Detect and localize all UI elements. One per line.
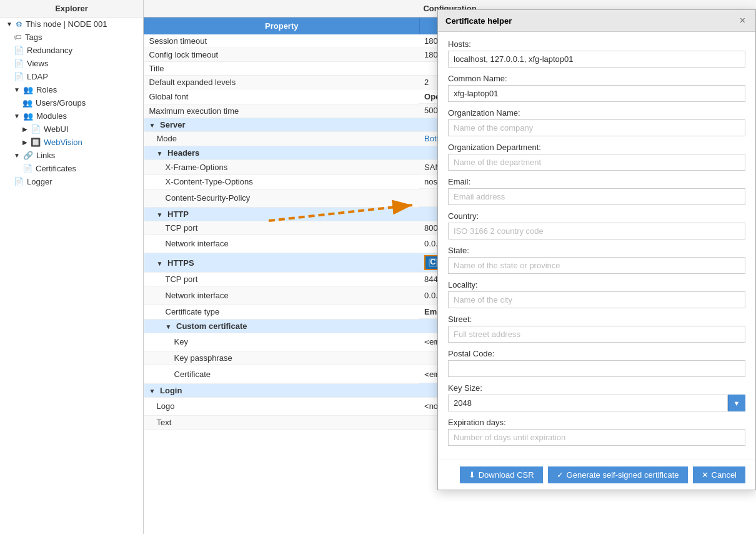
generate-cert-btn[interactable]: ✓ Generate self-signed certificate (548, 466, 688, 483)
download-icon: ⬇ (469, 470, 475, 480)
hosts-label: Hosts: (448, 39, 745, 49)
sidebar-item-ldap[interactable]: 📄 LDAP (0, 70, 143, 83)
row-label: Text (144, 416, 420, 430)
sidebar-label-redundancy: Redundancy (27, 46, 72, 55)
state-input[interactable] (448, 257, 745, 274)
users-icon: 👥 (22, 98, 32, 108)
sidebar-item-links[interactable]: ▼ 🔗 Links (0, 149, 143, 162)
row-label: Content-Security-Policy (144, 189, 420, 207)
download-csr-btn[interactable]: ⬇ Download CSR (460, 466, 543, 483)
org-dept-input[interactable] (448, 154, 745, 171)
logger-icon: 📄 (14, 177, 24, 186)
section-label: ▼ Server (144, 118, 420, 131)
expand-custom-cert-icon: ▼ (166, 323, 172, 330)
postal-label: Postal Code: (448, 349, 745, 358)
sidebar-label-logger: Logger (27, 177, 52, 186)
row-label: Title (144, 62, 420, 76)
sidebar-label-modules: Modules (36, 111, 67, 121)
sidebar-item-redundancy[interactable]: 📄 Redundancy (0, 44, 143, 57)
hosts-input[interactable] (448, 51, 745, 68)
section-label: ▼ HTTPS (144, 253, 420, 273)
section-label: ▼ HTTP (144, 207, 420, 221)
sidebar-label-users-groups: Users/Groups (36, 98, 86, 108)
svg-text:C: C (430, 258, 436, 266)
cancel-btn[interactable]: ✕ Cancel (693, 466, 745, 483)
row-label: TCP port (144, 273, 420, 286)
expand-login-icon: ▼ (149, 388, 156, 395)
tag-icon: 🏷 (14, 33, 22, 42)
expand-modules-icon: ▼ (14, 113, 20, 119)
cert-dialog-title: Certificate helper (445, 16, 512, 26)
postal-input[interactable] (448, 360, 745, 377)
cert-icon: 📄 (22, 164, 32, 173)
sidebar-label-views: Views (27, 59, 48, 68)
expand-links-icon: ▼ (14, 152, 20, 159)
col-property: Property (144, 18, 420, 34)
email-input[interactable] (448, 188, 745, 205)
key-size-dropdown-btn[interactable]: ▼ (728, 395, 745, 411)
form-group-common-name: Common Name: (448, 74, 745, 102)
modules-icon: 👥 (23, 111, 33, 121)
sidebar-item-users-groups[interactable]: 👥 Users/Groups (0, 96, 143, 109)
email-label: Email: (448, 177, 745, 186)
expand-https-icon: ▼ (157, 260, 163, 267)
sidebar-label-ldap: LDAP (27, 72, 48, 81)
sidebar: Explorer ▼ ⚙ This node | NODE 001 🏷 Tags… (0, 0, 144, 534)
sidebar-label-tags: Tags (25, 33, 42, 42)
sidebar-label-roles: Roles (36, 85, 57, 94)
form-group-postal: Postal Code: (448, 349, 745, 377)
root-node-label: This node | NODE 001 (26, 19, 107, 29)
common-name-input[interactable] (448, 85, 745, 102)
sidebar-item-tags[interactable]: 🏷 Tags (0, 31, 143, 44)
key-size-label: Key Size: (448, 383, 745, 393)
expand-server-icon: ▼ (149, 122, 156, 129)
sidebar-label-webvision: WebVision (44, 138, 82, 147)
row-label: Certificate type (144, 305, 420, 319)
row-label: Key (144, 333, 420, 351)
row-label: Network interface (144, 286, 420, 305)
sidebar-root-node[interactable]: ▼ ⚙ This node | NODE 001 (0, 18, 143, 31)
expand-headers-icon: ▼ (157, 150, 163, 157)
sidebar-item-roles[interactable]: ▼ 👥 Roles (0, 83, 143, 96)
country-label: Country: (448, 211, 745, 221)
country-input[interactable] (448, 223, 745, 239)
expand-webvision-icon: ▶ (22, 139, 27, 146)
row-label: Global font (144, 89, 420, 104)
links-icon: 🔗 (23, 151, 33, 160)
row-label: Logo (144, 397, 420, 416)
check-icon: ✓ (557, 470, 564, 480)
ldap-icon: 📄 (14, 72, 24, 81)
form-group-org-dept: Organization Department: (448, 143, 745, 171)
row-label: Maximum execution time (144, 104, 420, 118)
key-size-select-wrapper: ▼ (448, 395, 745, 411)
row-label: Session timeout (144, 34, 420, 48)
row-label: Config lock timeout (144, 48, 420, 62)
row-label: X-Frame-Options (144, 160, 420, 175)
row-label: Default expanded levels (144, 76, 420, 89)
locality-input[interactable] (448, 291, 745, 308)
expand-webui-icon: ▶ (22, 126, 27, 133)
form-group-state: State: (448, 246, 745, 274)
roles-icon: 👥 (23, 85, 33, 94)
views-icon: 📄 (14, 59, 24, 68)
org-name-label: Organization Name: (448, 108, 745, 118)
row-label: TCP port (144, 221, 420, 234)
street-input[interactable] (448, 326, 745, 343)
key-size-input[interactable] (448, 395, 728, 411)
webvision-icon: 🔲 (31, 138, 41, 147)
row-label: Certificate (144, 365, 420, 384)
org-name-input[interactable] (448, 119, 745, 136)
row-label: Network interface (144, 234, 420, 253)
sidebar-item-modules[interactable]: ▼ 👥 Modules (0, 109, 143, 123)
page-icon: 📄 (14, 46, 24, 55)
common-name-label: Common Name: (448, 74, 745, 83)
sidebar-item-views[interactable]: 📄 Views (0, 57, 143, 70)
expiration-input[interactable] (448, 429, 745, 446)
form-group-locality: Locality: (448, 280, 745, 308)
sidebar-item-certificates[interactable]: 📄 Certificates (0, 162, 143, 175)
sidebar-item-logger[interactable]: 📄 Logger (0, 175, 143, 188)
cert-dialog-close-btn[interactable]: × (737, 15, 748, 26)
sidebar-item-webui[interactable]: ▶ 📄 WebUI (0, 123, 143, 136)
sidebar-item-webvision[interactable]: ▶ 🔲 WebVision (0, 136, 143, 149)
form-group-email: Email: (448, 177, 745, 205)
